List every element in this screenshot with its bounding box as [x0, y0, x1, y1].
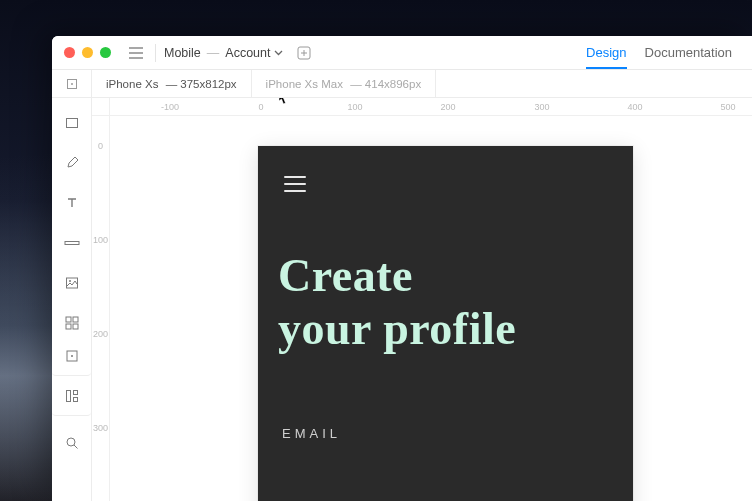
rectangle-icon — [65, 116, 79, 130]
artboard-tab-bar: iPhone Xs — 375x812px iPhone Xs Max — 41… — [52, 70, 752, 98]
search-icon — [65, 436, 79, 450]
window-controls — [64, 47, 111, 58]
pen-tool[interactable] — [59, 150, 85, 176]
ruler-tick: -100 — [161, 98, 179, 116]
menu-button[interactable] — [125, 42, 147, 64]
artboard-tab-name: iPhone Xs — [106, 78, 158, 90]
ruler-vertical[interactable]: 0100200300 — [92, 116, 110, 501]
ruler-tick: 200 — [440, 98, 455, 116]
line-icon — [64, 239, 80, 247]
breadcrumb-project[interactable]: Mobile — [164, 46, 201, 60]
artboard-tab-name: iPhone Xs Max — [266, 78, 343, 90]
titlebar: Mobile — Account Design Documentation — [52, 36, 752, 70]
image-tool[interactable] — [59, 270, 85, 296]
text-tool[interactable] — [59, 190, 85, 216]
component-icon — [65, 316, 79, 330]
cursor-pointer-icon — [275, 98, 291, 109]
layout-grid-icon — [65, 389, 79, 403]
breadcrumb-page-dropdown[interactable]: Account — [225, 46, 282, 60]
frame-icon — [65, 349, 79, 363]
svg-point-6 — [69, 280, 71, 282]
canvas-area: -1000100200300400500 0100200300 Createyo… — [92, 98, 752, 501]
svg-rect-10 — [73, 324, 78, 329]
canvas[interactable]: Createyour profile EMAIL — [110, 116, 752, 501]
ruler-tick: 0 — [258, 98, 263, 116]
svg-rect-9 — [66, 324, 71, 329]
hamburger-icon — [129, 47, 143, 59]
artboard-tab-dims: 375x812px — [180, 78, 236, 90]
line-tool[interactable] — [59, 230, 85, 256]
design-headline-text[interactable]: Createyour profile — [278, 250, 613, 356]
artboard-tab-dims: 414x896px — [365, 78, 421, 90]
breadcrumb-page-label: Account — [225, 46, 270, 60]
svg-point-16 — [67, 438, 75, 446]
mode-tabs: Design Documentation — [586, 37, 732, 68]
artboard-list-button[interactable] — [52, 70, 92, 97]
image-icon — [65, 276, 79, 290]
svg-point-12 — [71, 355, 73, 357]
artboard-tab-iphone-xs[interactable]: iPhone Xs — 375x812px — [92, 70, 252, 97]
layout-grid-tool[interactable] — [52, 390, 91, 416]
search-tool[interactable] — [59, 430, 85, 456]
text-icon — [65, 196, 79, 210]
breadcrumb: Mobile — Account — [164, 46, 283, 60]
tab-documentation[interactable]: Documentation — [645, 45, 732, 68]
breadcrumb-separator: — — [207, 46, 220, 60]
add-page-button[interactable] — [293, 42, 315, 64]
maximize-window-button[interactable] — [100, 47, 111, 58]
ruler-tick: 0 — [92, 141, 109, 151]
ruler-tick: 300 — [534, 98, 549, 116]
tool-sidebar — [52, 98, 92, 501]
minimize-window-button[interactable] — [82, 47, 93, 58]
svg-rect-15 — [73, 397, 77, 401]
svg-rect-7 — [66, 317, 71, 322]
pen-icon — [65, 156, 79, 170]
artboard-tab-iphone-xs-max[interactable]: iPhone Xs Max — 414x896px — [252, 70, 437, 97]
ruler-tick: 100 — [347, 98, 362, 116]
tab-design[interactable]: Design — [586, 45, 626, 68]
rectangle-tool[interactable] — [59, 110, 85, 136]
app-body: -1000100200300400500 0100200300 Createyo… — [52, 98, 752, 501]
frame-tool[interactable] — [52, 350, 91, 376]
ruler-tick: 200 — [92, 329, 109, 339]
ruler-corner — [92, 98, 110, 116]
svg-point-2 — [71, 83, 73, 85]
svg-rect-3 — [66, 119, 77, 128]
svg-rect-13 — [66, 390, 70, 401]
target-icon — [66, 78, 78, 90]
artboard-iphone-xs[interactable]: Createyour profile EMAIL — [258, 146, 633, 501]
ruler-tick: 100 — [92, 235, 109, 245]
svg-rect-14 — [73, 390, 77, 394]
svg-rect-4 — [65, 242, 79, 245]
close-window-button[interactable] — [64, 47, 75, 58]
chevron-down-icon — [274, 50, 283, 56]
ruler-tick: 300 — [92, 423, 109, 433]
ruler-horizontal[interactable]: -1000100200300400500 — [110, 98, 752, 116]
design-email-label[interactable]: EMAIL — [282, 426, 341, 441]
ruler-tick: 400 — [627, 98, 642, 116]
design-menu-button[interactable] — [284, 176, 306, 192]
component-tool[interactable] — [59, 310, 85, 336]
ruler-tick: 500 — [720, 98, 735, 116]
svg-rect-8 — [73, 317, 78, 322]
plus-square-icon — [297, 46, 311, 60]
app-window: Mobile — Account Design Documentation iP… — [52, 36, 752, 501]
